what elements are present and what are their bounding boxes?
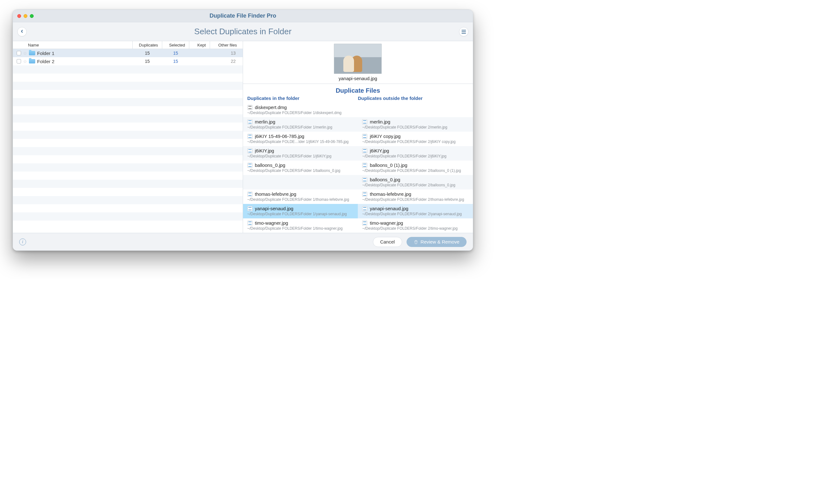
table-row[interactable]: ☆Folder 1151513: [13, 49, 243, 57]
detail-cell-left[interactable]: yanapi-senaud.jpg~/Desktop/Duplicate FOL…: [243, 204, 358, 219]
file-icon: [362, 192, 367, 197]
detail-cell-right[interactable]: balloons_0 (1).jpg~/Desktop/Duplicate FO…: [358, 161, 473, 175]
detail-file-name: thomas-lefebvre.jpg: [255, 191, 297, 197]
detail-file-path: ~/Desktop/Duplicate FOLDERS/Folder 2/j6i…: [362, 140, 470, 144]
empty-row: [13, 180, 243, 188]
row-name: Folder 1: [37, 51, 54, 56]
empty-row: [13, 82, 243, 90]
folder-table-rows: ☆Folder 1151513☆Folder 2151522: [13, 49, 243, 233]
detail-cell-right[interactable]: thomas-lefebvre.jpg~/Desktop/Duplicate F…: [358, 189, 473, 204]
preview-filename: yanapi-senaud.jpg: [339, 76, 377, 81]
detail-cell-left[interactable]: timo-wagner.jpg~/Desktop/Duplicate FOLDE…: [243, 219, 358, 233]
detail-right-title: Duplicates outside the folder: [358, 95, 468, 101]
cancel-button[interactable]: Cancel: [373, 237, 402, 247]
zoom-icon[interactable]: [30, 14, 33, 18]
detail-file-name: diskexpert.dmg: [255, 105, 287, 110]
detail-file-name: balloons_0.jpg: [370, 177, 400, 182]
detail-cell-left[interactable]: balloons_0.jpg~/Desktop/Duplicate FOLDER…: [243, 161, 358, 175]
table-row[interactable]: ☆Folder 2151522: [13, 57, 243, 65]
row-other: 22: [210, 59, 243, 64]
footer: i Cancel Review & Remove: [13, 233, 473, 250]
preview-area: yanapi-senaud.jpg: [243, 41, 473, 84]
detail-row[interactable]: diskexpert.dmg~/Desktop/Duplicate FOLDER…: [243, 103, 473, 117]
detail-file-path: ~/Desktop/Duplicate FOLDERS/Folder 2/bal…: [362, 183, 470, 187]
detail-row[interactable]: yanapi-senaud.jpg~/Desktop/Duplicate FOL…: [243, 204, 473, 219]
detail-file-path: ~/Desktop/Duplicate FOLDERS/Folder 1/mer…: [247, 125, 355, 130]
back-button[interactable]: [17, 27, 27, 36]
col-header-selected[interactable]: Selected: [162, 41, 189, 49]
detail-cell-empty: [358, 103, 473, 117]
review-remove-button[interactable]: Review & Remove: [406, 237, 467, 247]
detail-file-path: ~/Desktop/Duplicate FOLDERS/Folder 1/yan…: [247, 212, 355, 216]
detail-cell-right[interactable]: timo-wagner.jpg~/Desktop/Duplicate FOLDE…: [358, 219, 473, 233]
file-icon: [362, 206, 367, 211]
detail-file-path: ~/Desktop/Duplicate FOLDERS/Folder 1/j6i…: [247, 154, 355, 158]
folder-icon: [29, 59, 35, 64]
detail-cell-left[interactable]: diskexpert.dmg~/Desktop/Duplicate FOLDER…: [243, 103, 358, 117]
detail-cell-left[interactable]: j6iKIY.jpg~/Desktop/Duplicate FOLDERS/Fo…: [243, 146, 358, 161]
detail-cell-right[interactable]: yanapi-senaud.jpg~/Desktop/Duplicate FOL…: [358, 204, 473, 219]
detail-file-name: yanapi-senaud.jpg: [370, 206, 408, 211]
detail-file-path: ~/Desktop/Duplicate FOLDERS/Folder 1/dis…: [247, 110, 355, 115]
empty-row: [13, 114, 243, 122]
detail-row[interactable]: balloons_0.jpg~/Desktop/Duplicate FOLDER…: [243, 161, 473, 175]
col-header-duplicates[interactable]: Duplicates: [133, 41, 162, 49]
close-icon[interactable]: [17, 14, 21, 18]
content-body: Name Duplicates Selected Kept Other file…: [13, 41, 473, 233]
detail-cell-right[interactable]: j6iKIY.jpg~/Desktop/Duplicate FOLDERS/Fo…: [358, 146, 473, 161]
star-icon[interactable]: ☆: [23, 59, 27, 64]
detail-file-path: ~/Desktop/Duplicate FOLDE…lder 1/j6iKIY …: [247, 140, 355, 144]
detail-file-name: timo-wagner.jpg: [370, 220, 403, 226]
empty-row: [13, 204, 243, 213]
detail-file-name: j6iKIY.jpg: [255, 148, 274, 153]
detail-cell-right[interactable]: j6iKIY copy.jpg~/Desktop/Duplicate FOLDE…: [358, 132, 473, 146]
file-icon: [247, 221, 252, 226]
detail-title: Duplicate Files: [243, 84, 473, 95]
empty-row: [13, 98, 243, 106]
minimize-icon[interactable]: [23, 14, 27, 18]
row-checkbox[interactable]: [17, 59, 21, 64]
empty-row: [13, 147, 243, 155]
row-other: 13: [210, 51, 243, 56]
detail-row[interactable]: timo-wagner.jpg~/Desktop/Duplicate FOLDE…: [243, 219, 473, 233]
review-remove-button-label: Review & Remove: [421, 239, 459, 244]
row-checkbox[interactable]: [17, 51, 21, 55]
menu-button[interactable]: [459, 27, 468, 36]
app-window: Duplicate File Finder Pro Select Duplica…: [13, 9, 473, 251]
col-header-name[interactable]: Name: [13, 41, 133, 49]
detail-file-name: j6iKIY 15-49-06-785.jpg: [255, 134, 304, 139]
row-duplicates: 15: [133, 51, 162, 56]
star-icon[interactable]: ☆: [23, 51, 27, 56]
detail-row[interactable]: j6iKIY 15-49-06-785.jpg~/Desktop/Duplica…: [243, 132, 473, 146]
detail-cell-left[interactable]: thomas-lefebvre.jpg~/Desktop/Duplicate F…: [243, 189, 358, 204]
detail-row[interactable]: thomas-lefebvre.jpg~/Desktop/Duplicate F…: [243, 189, 473, 204]
folder-icon: [29, 51, 35, 55]
col-header-other[interactable]: Other files: [210, 41, 243, 49]
file-icon: [362, 177, 367, 182]
window-title: Duplicate File Finder Pro: [13, 13, 473, 19]
empty-row: [13, 163, 243, 172]
info-button[interactable]: i: [19, 239, 26, 245]
detail-row[interactable]: j6iKIY.jpg~/Desktop/Duplicate FOLDERS/Fo…: [243, 146, 473, 161]
empty-row: [13, 172, 243, 180]
empty-row: [13, 139, 243, 147]
preview-thumbnail[interactable]: [334, 44, 382, 74]
detail-file-name: j6iKIY copy.jpg: [370, 134, 400, 139]
detail-cell-right[interactable]: merlin.jpg~/Desktop/Duplicate FOLDERS/Fo…: [358, 117, 473, 132]
row-selected[interactable]: 15: [162, 51, 189, 56]
row-selected[interactable]: 15: [162, 59, 189, 64]
detail-cell-right[interactable]: balloons_0.jpg~/Desktop/Duplicate FOLDER…: [358, 175, 473, 189]
detail-row[interactable]: balloons_0.jpg~/Desktop/Duplicate FOLDER…: [243, 175, 473, 189]
detail-cell-empty: [243, 175, 358, 189]
file-icon: [247, 163, 252, 168]
detail-cell-left[interactable]: j6iKIY 15-49-06-785.jpg~/Desktop/Duplica…: [243, 132, 358, 146]
detail-cell-left[interactable]: merlin.jpg~/Desktop/Duplicate FOLDERS/Fo…: [243, 117, 358, 132]
empty-row: [13, 188, 243, 196]
detail-file-path: ~/Desktop/Duplicate FOLDERS/Folder 2/tim…: [362, 226, 470, 231]
detail-row[interactable]: merlin.jpg~/Desktop/Duplicate FOLDERS/Fo…: [243, 117, 473, 132]
row-duplicates: 15: [133, 59, 162, 64]
detail-list[interactable]: diskexpert.dmg~/Desktop/Duplicate FOLDER…: [243, 103, 473, 233]
cancel-button-label: Cancel: [380, 239, 395, 244]
col-header-kept[interactable]: Kept: [189, 41, 210, 49]
footer-actions: Cancel Review & Remove: [373, 237, 467, 247]
